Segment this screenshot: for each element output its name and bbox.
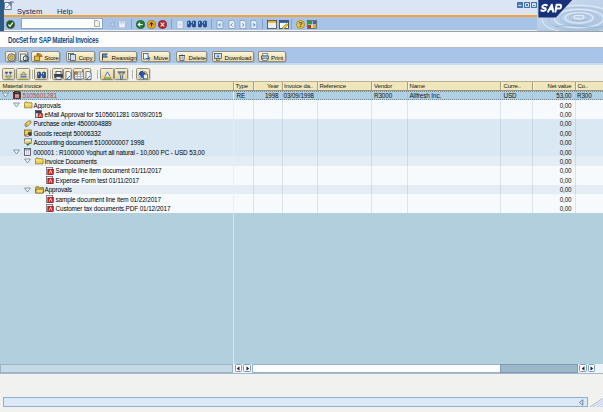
svg-text:?: ? — [298, 21, 302, 28]
